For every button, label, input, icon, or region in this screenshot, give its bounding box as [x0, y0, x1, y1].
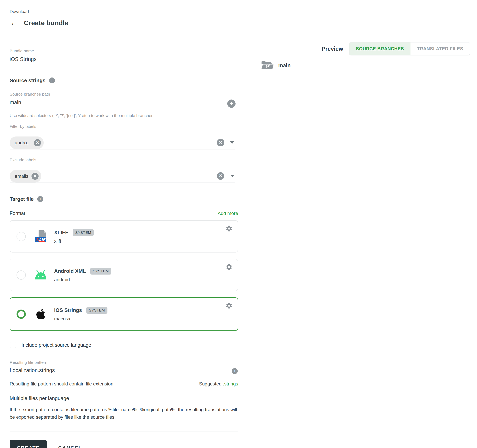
format-subtitle: macosx — [54, 316, 107, 322]
format-text: Android XML SYSTEM android — [54, 268, 111, 283]
filter-labels-label: Filter by labels — [10, 124, 238, 129]
pattern-helper-text: Resulting file pattern should contain fi… — [10, 381, 115, 387]
git-branch-folder-icon — [261, 60, 274, 71]
format-row: Format Add more — [10, 210, 238, 217]
back-button[interactable] — [10, 18, 18, 27]
info-icon[interactable] — [232, 368, 238, 374]
chip-remove-button[interactable] — [31, 173, 39, 180]
page-title: Create bundle — [24, 19, 68, 27]
xliff-file-icon: XLIFF — [30, 230, 51, 243]
clear-selection-button[interactable] — [217, 139, 224, 146]
pattern-helper-row: Resulting file pattern should contain fi… — [10, 381, 238, 387]
clear-selection-button[interactable] — [217, 172, 224, 180]
chip-text: andro... — [15, 140, 31, 146]
chevron-down-icon[interactable] — [230, 141, 234, 144]
bottom-divider — [10, 431, 238, 431]
include-source-language-row: Include project source language — [10, 341, 238, 349]
format-cards: XLIFF XLIFF SYSTEM xliff — [10, 220, 238, 331]
chip-text: emails — [15, 173, 28, 179]
system-badge: SYSTEM — [86, 307, 107, 314]
format-title: XLIFF — [54, 230, 68, 236]
preview-header: Preview SOURCE BRANCHES TRANSLATED FILES — [251, 42, 474, 55]
create-bundle-page: Download Create bundle Bundle name iOS S… — [0, 0, 477, 448]
info-icon[interactable] — [37, 196, 43, 202]
system-badge: SYSTEM — [90, 268, 111, 275]
gear-icon — [226, 264, 233, 271]
android-icon — [30, 269, 51, 281]
preview-tabs: SOURCE BRANCHES TRANSLATED FILES — [349, 42, 470, 55]
preview-divider — [251, 74, 474, 74]
tree-item-label: main — [278, 63, 291, 69]
multiple-files-description: If the export pattern contains filename … — [10, 406, 238, 421]
chevron-down-icon[interactable] — [230, 175, 234, 177]
add-branch-button[interactable] — [227, 100, 236, 108]
source-strings-heading: Source strings — [10, 77, 238, 84]
include-source-language-label: Include project source language — [21, 342, 91, 348]
target-file-heading: Target file — [10, 195, 238, 203]
svg-text:XLIFF: XLIFF — [36, 237, 47, 242]
breadcrumb: Download — [10, 9, 238, 14]
actions-row: CREATE CANCEL — [10, 440, 238, 448]
gear-icon — [226, 302, 233, 309]
source-strings-heading-text: Source strings — [10, 77, 45, 84]
source-branches-path-input[interactable]: main — [10, 99, 211, 106]
resulting-file-pattern-row: Localization.strings — [10, 367, 238, 377]
bundle-name-label: Bundle name — [10, 48, 238, 53]
chip-remove-button[interactable] — [34, 139, 41, 146]
source-branches-path-row: main — [10, 99, 211, 109]
format-radio[interactable] — [17, 271, 26, 280]
bundle-form: Download Create bundle Bundle name iOS S… — [10, 0, 238, 448]
resulting-file-pattern-label: Resulting file pattern — [10, 360, 238, 365]
title-row: Create bundle — [10, 18, 238, 27]
system-badge: SYSTEM — [73, 229, 94, 236]
format-card-xliff[interactable]: XLIFF XLIFF SYSTEM xliff — [10, 220, 238, 253]
tab-translated-files[interactable]: TRANSLATED FILES — [411, 42, 470, 55]
format-label: Format — [10, 210, 25, 216]
label-chip[interactable]: andro... — [10, 136, 44, 149]
format-settings-button[interactable] — [226, 302, 233, 309]
create-button[interactable]: CREATE — [10, 440, 47, 448]
source-branches-path-label: Source branches path — [10, 92, 238, 97]
select-controls — [217, 139, 234, 146]
format-title: iOS Strings — [54, 307, 82, 313]
format-radio-selected[interactable] — [17, 310, 26, 319]
suggested-extension: Suggested .strings — [199, 381, 238, 387]
format-subtitle: xliff — [54, 238, 94, 244]
include-source-language-checkbox[interactable] — [10, 342, 16, 348]
format-card-android[interactable]: Android XML SYSTEM android — [10, 259, 238, 291]
format-settings-button[interactable] — [226, 225, 233, 232]
label-chip[interactable]: emails — [10, 170, 41, 183]
format-card-ios-strings[interactable]: iOS Strings SYSTEM macosx — [10, 297, 238, 331]
apple-icon — [30, 308, 51, 320]
format-radio[interactable] — [17, 232, 26, 241]
resulting-file-pattern-input[interactable]: Localization.strings — [10, 367, 228, 374]
add-more-link[interactable]: Add more — [218, 211, 238, 216]
suggested-extension-link[interactable]: .strings — [223, 381, 238, 386]
format-subtitle: android — [54, 277, 111, 283]
exclude-labels-label: Exclude labels — [10, 157, 238, 162]
format-title: Android XML — [54, 268, 86, 274]
bundle-name-input[interactable]: iOS Strings — [10, 56, 238, 63]
gear-icon — [226, 225, 233, 232]
multiple-files-heading: Multiple files per language — [10, 395, 238, 402]
suggested-label: Suggested — [199, 381, 223, 386]
target-file-heading-text: Target file — [10, 196, 34, 202]
info-icon[interactable] — [49, 77, 55, 83]
preview-heading: Preview — [322, 46, 343, 52]
exclude-labels-select[interactable]: emails — [10, 164, 235, 183]
filter-labels-select[interactable]: andro... — [10, 130, 235, 149]
format-text: XLIFF SYSTEM xliff — [54, 229, 94, 244]
cancel-button[interactable]: CANCEL — [58, 445, 82, 448]
wildcard-helper-text: Use wildcard selectors ( '*', '?', '[set… — [10, 113, 238, 118]
bundle-name-underline — [10, 66, 238, 66]
format-text: iOS Strings SYSTEM macosx — [54, 307, 107, 322]
preview-panel: Preview SOURCE BRANCHES TRANSLATED FILES… — [251, 0, 474, 74]
format-settings-button[interactable] — [226, 264, 233, 271]
select-controls — [217, 172, 234, 180]
tree-item-main[interactable]: main — [251, 61, 474, 71]
tab-source-branches[interactable]: SOURCE BRANCHES — [350, 42, 411, 55]
